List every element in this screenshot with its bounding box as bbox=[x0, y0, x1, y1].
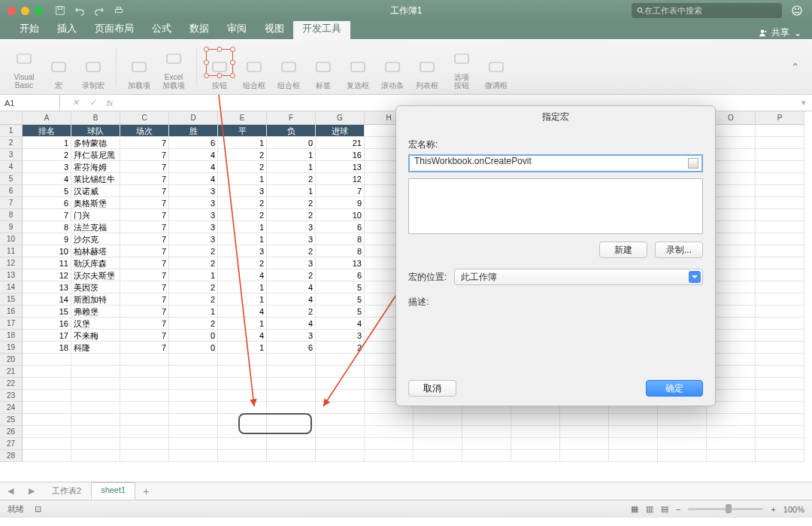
cell[interactable] bbox=[756, 318, 804, 330]
cell[interactable] bbox=[23, 438, 71, 450]
cell[interactable]: 18 bbox=[23, 342, 71, 354]
row-header-27[interactable]: 27 bbox=[0, 438, 23, 450]
ribbon-加载项[interactable]: 加载项 bbox=[123, 44, 156, 90]
cell[interactable]: 负 bbox=[267, 125, 316, 137]
cell[interactable]: 法兰克福 bbox=[71, 221, 120, 233]
cell[interactable]: 拜仁慕尼黑 bbox=[71, 149, 120, 161]
cell[interactable]: 3 bbox=[169, 221, 218, 233]
cell[interactable] bbox=[218, 450, 267, 462]
cell[interactable] bbox=[756, 402, 804, 414]
cell[interactable]: 7 bbox=[120, 185, 169, 197]
cell[interactable]: 7 bbox=[120, 173, 169, 185]
cell[interactable]: 7 bbox=[120, 209, 169, 221]
cell[interactable]: 12 bbox=[23, 269, 71, 281]
cell[interactable]: 不来梅 bbox=[71, 330, 120, 342]
col-header-E[interactable]: E bbox=[218, 111, 267, 125]
cell[interactable]: 奥格斯堡 bbox=[71, 197, 120, 209]
cell[interactable] bbox=[707, 450, 756, 462]
cell[interactable]: 汉堡 bbox=[71, 318, 120, 330]
row-header-23[interactable]: 23 bbox=[0, 390, 23, 402]
cell[interactable]: 3 bbox=[23, 161, 71, 173]
cell[interactable] bbox=[756, 245, 804, 257]
cell[interactable] bbox=[414, 450, 462, 462]
row-header-17[interactable]: 17 bbox=[0, 318, 23, 330]
macro-record-icon[interactable]: ⊡ bbox=[35, 504, 41, 514]
cell[interactable] bbox=[169, 390, 218, 402]
cell[interactable] bbox=[267, 438, 316, 450]
cell[interactable] bbox=[316, 402, 365, 414]
cell[interactable] bbox=[71, 426, 120, 438]
cell[interactable] bbox=[658, 450, 707, 462]
cell[interactable] bbox=[707, 414, 756, 426]
cell[interactable]: 柏林赫塔 bbox=[71, 245, 120, 257]
cell[interactable] bbox=[756, 209, 804, 221]
cell[interactable] bbox=[71, 378, 120, 390]
cell[interactable]: 2 bbox=[218, 161, 267, 173]
cell[interactable] bbox=[120, 366, 169, 378]
ribbon-标签[interactable]: 标签 bbox=[307, 44, 340, 90]
zoom-window-button[interactable] bbox=[35, 7, 43, 15]
cell[interactable] bbox=[365, 438, 414, 450]
cell[interactable]: 2 bbox=[169, 318, 218, 330]
ok-button[interactable]: 确定 bbox=[646, 380, 703, 397]
cell[interactable] bbox=[120, 414, 169, 426]
row-header-9[interactable]: 9 bbox=[0, 221, 23, 233]
cell[interactable]: 3 bbox=[316, 330, 365, 342]
cell[interactable] bbox=[756, 233, 804, 245]
cell[interactable]: 2 bbox=[169, 281, 218, 293]
cell[interactable] bbox=[169, 402, 218, 414]
cell[interactable]: 沃尔夫斯堡 bbox=[71, 269, 120, 281]
cell[interactable]: 8 bbox=[23, 221, 71, 233]
cell[interactable] bbox=[267, 354, 316, 366]
cell[interactable] bbox=[23, 414, 71, 426]
cell[interactable]: 3 bbox=[267, 330, 316, 342]
new-macro-button[interactable]: 新建 bbox=[599, 242, 647, 258]
cell[interactable] bbox=[462, 426, 511, 438]
cell[interactable]: 0 bbox=[267, 137, 316, 149]
ribbon-组合框[interactable]: 组合框 bbox=[238, 44, 271, 90]
cell[interactable] bbox=[23, 450, 71, 462]
cell[interactable]: 1 bbox=[218, 221, 267, 233]
row-header-20[interactable]: 20 bbox=[0, 354, 23, 366]
cell[interactable] bbox=[71, 438, 120, 450]
cell[interactable]: 3 bbox=[218, 185, 267, 197]
cell[interactable] bbox=[560, 414, 609, 426]
cell[interactable]: 0 bbox=[169, 342, 218, 354]
cell[interactable]: 7 bbox=[120, 318, 169, 330]
cell[interactable]: 4 bbox=[218, 330, 267, 342]
cell[interactable] bbox=[169, 450, 218, 462]
cell[interactable]: 3 bbox=[169, 185, 218, 197]
cell[interactable]: 4 bbox=[23, 173, 71, 185]
cell[interactable]: 3 bbox=[267, 221, 316, 233]
cell[interactable] bbox=[756, 330, 804, 342]
cell[interactable] bbox=[316, 450, 365, 462]
row-header-7[interactable]: 7 bbox=[0, 197, 23, 209]
add-sheet-button[interactable]: + bbox=[135, 485, 156, 497]
cell[interactable] bbox=[511, 438, 560, 450]
cell[interactable]: 7 bbox=[120, 281, 169, 293]
cell[interactable] bbox=[756, 125, 804, 137]
cell[interactable] bbox=[756, 281, 804, 293]
cancel-button[interactable]: 取消 bbox=[408, 380, 456, 397]
zoom-out-button[interactable]: − bbox=[676, 505, 680, 514]
cell[interactable] bbox=[756, 342, 804, 354]
ribbon-VisualBasic[interactable]: Visual Basic bbox=[8, 44, 41, 90]
ribbon-滚动条[interactable]: 滚动条 bbox=[376, 44, 409, 90]
page-layout-view-icon[interactable]: ▥ bbox=[646, 504, 653, 514]
tab-2[interactable]: 页面布局 bbox=[86, 19, 143, 39]
cell[interactable] bbox=[23, 378, 71, 390]
col-header-B[interactable]: B bbox=[71, 111, 120, 125]
cell[interactable]: 4 bbox=[169, 161, 218, 173]
row-header-10[interactable]: 10 bbox=[0, 233, 23, 245]
cell[interactable] bbox=[756, 426, 804, 438]
cell[interactable]: 3 bbox=[169, 197, 218, 209]
cell[interactable]: 7 bbox=[316, 185, 365, 197]
cell[interactable]: 21 bbox=[316, 137, 365, 149]
cell[interactable] bbox=[218, 438, 267, 450]
cell[interactable] bbox=[218, 378, 267, 390]
ribbon-复选框[interactable]: 复选框 bbox=[341, 44, 374, 90]
row-header-1[interactable]: 1 bbox=[0, 125, 23, 137]
cell[interactable]: 15 bbox=[23, 306, 71, 318]
cell[interactable] bbox=[560, 450, 609, 462]
cell[interactable]: 1 bbox=[218, 293, 267, 306]
